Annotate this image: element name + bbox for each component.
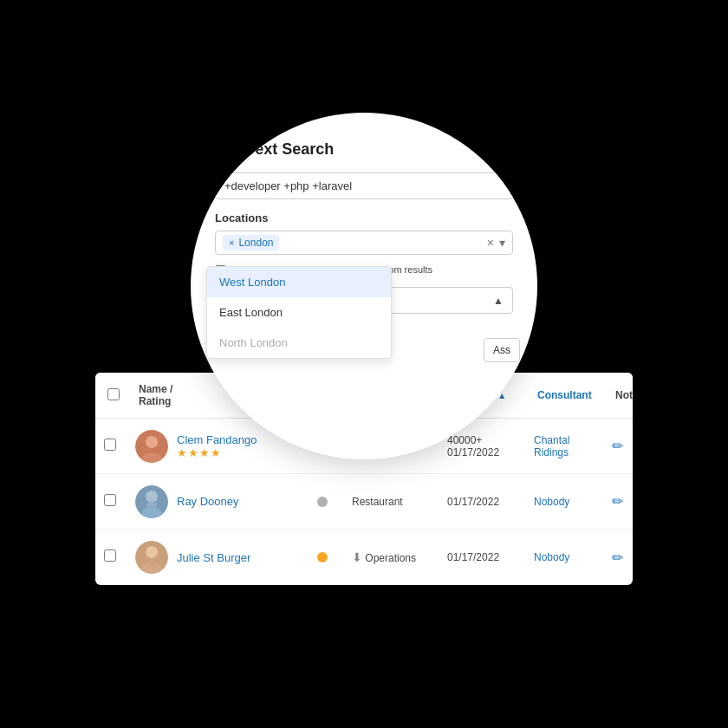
select-all-checkbox[interactable]	[107, 388, 120, 400]
row-checkbox-2[interactable]	[104, 494, 116, 506]
person-name-2[interactable]: Ray Dooney	[177, 495, 239, 508]
menu-back-icon[interactable]: ≡←	[215, 140, 240, 159]
category-2: Restaurant	[352, 496, 447, 508]
name-cell-3: Julie St Burger	[135, 541, 265, 574]
row-checkbox-1[interactable]	[104, 439, 116, 451]
consultant-3[interactable]: Nobody	[534, 551, 612, 563]
edit-icon-1[interactable]: ✏	[612, 438, 633, 454]
person-name-3[interactable]: Julie St Burger	[177, 551, 250, 564]
status-dot-2	[317, 497, 328, 507]
svg-point-1	[146, 436, 158, 448]
category-3: ⬇ Operations	[352, 550, 447, 564]
salary-date-1: 40000+ 01/17/2022	[447, 434, 534, 458]
salary-1: 40000+	[447, 434, 534, 446]
name-text-3: Julie St Burger	[177, 551, 250, 564]
panel-header: ≡← Text Search	[215, 140, 513, 159]
name-cell-1: Clem Fandango ★★★★	[135, 430, 265, 463]
consultant-2[interactable]: Nobody	[534, 496, 612, 508]
row-check-3	[104, 549, 135, 565]
sublocation-item-east-london[interactable]: East London	[207, 297, 391, 328]
row-check-2	[104, 494, 135, 510]
location-tag-london: × London	[223, 235, 279, 250]
text-search-input[interactable]	[215, 172, 513, 199]
date-2: 01/17/2022	[447, 496, 534, 508]
row-checkbox-3[interactable]	[104, 549, 116, 562]
stars-1: ★★★★	[177, 446, 257, 459]
edit-icon-2[interactable]: ✏	[612, 493, 633, 510]
status-2	[317, 497, 352, 507]
location-chevron-icon[interactable]: ▾	[499, 236, 505, 250]
svg-rect-6	[146, 503, 157, 507]
name-text-2: Ray Dooney	[177, 495, 239, 508]
th-consultant: Consultant	[534, 379, 612, 412]
avatar-3	[135, 541, 168, 574]
sublocation-dropdown: West London East London North London	[206, 266, 392, 359]
svg-point-4	[146, 491, 158, 503]
location-select[interactable]: × London × ▾	[215, 231, 513, 255]
panel-title: Text Search	[247, 140, 335, 159]
salary-date-3: 01/17/2022	[447, 551, 534, 563]
table-row: Ray Dooney Restaurant 01/17/2022 Nobody …	[95, 474, 633, 530]
tag-close-icon[interactable]: ×	[229, 237, 234, 248]
name-text-1: Clem Fandango ★★★★	[177, 433, 257, 459]
th-check	[104, 378, 135, 413]
name-cell-2: Ray Dooney	[135, 485, 265, 518]
table-row: Julie St Burger ⬇ Operations 01/17/2022 …	[95, 530, 633, 585]
sublocation-item-north-london[interactable]: North London	[207, 328, 391, 358]
avatar-1	[135, 430, 168, 463]
assign-button[interactable]: Ass	[484, 338, 520, 362]
date-3: 01/17/2022	[447, 551, 534, 563]
row-check-1	[104, 439, 135, 454]
status-dot-3	[317, 552, 328, 562]
sublocation-chevron-icon: ▲	[493, 295, 504, 307]
person-name-1[interactable]: Clem Fandango	[177, 433, 257, 446]
th-notes: Notes	[612, 379, 633, 412]
date-1: 01/17/2022	[447, 446, 534, 458]
tag-label: London	[238, 237, 273, 249]
salary-date-2: 01/17/2022	[447, 496, 534, 508]
edit-icon-3[interactable]: ✏	[612, 549, 633, 566]
svg-point-8	[146, 546, 158, 558]
avatar-2	[135, 485, 168, 518]
locations-label: Locations	[215, 211, 513, 224]
download-icon-3: ⬇	[352, 550, 362, 564]
status-3	[317, 552, 352, 562]
sublocation-item-west-london[interactable]: West London	[207, 267, 391, 297]
consultant-1[interactable]: ChantalRidings	[534, 434, 612, 458]
location-clear-icon[interactable]: ×	[487, 236, 494, 250]
